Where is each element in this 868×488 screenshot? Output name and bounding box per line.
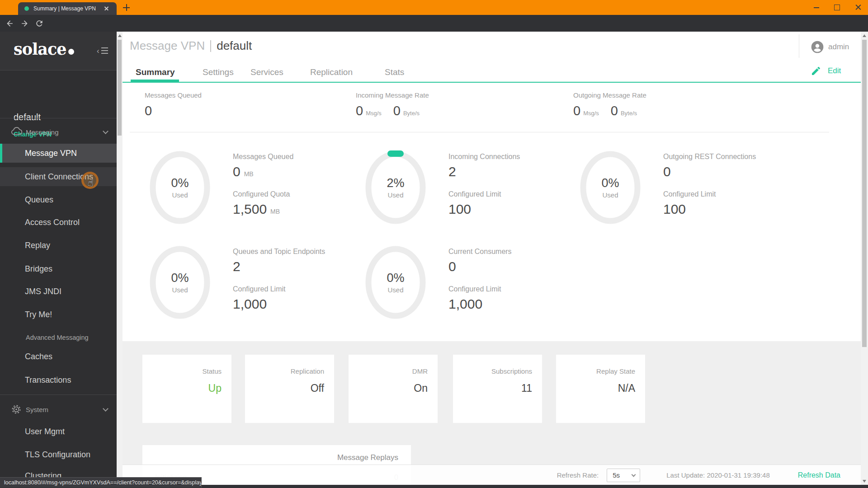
card-replication: Replication Off	[245, 355, 334, 423]
reload-icon[interactable]	[35, 19, 44, 28]
sidebar-scrollbar[interactable]	[117, 32, 123, 488]
sidebar-item-access-control[interactable]: Access Control	[25, 217, 80, 228]
status-value: Up	[142, 382, 222, 394]
stat-outgoing-rate: Outgoing Message Rate 0Msg/s 0Byte/s	[573, 91, 649, 118]
donut-chart: 0%Used	[148, 149, 212, 226]
sidebar-item-caches[interactable]: Caches	[25, 351, 52, 362]
sidebar-item-user-mgmt[interactable]: User Mgmt	[25, 426, 65, 437]
tab-replication[interactable]: Replication	[310, 67, 353, 77]
browser-titlebar: Summary | Message VPN	[0, 0, 868, 15]
screen: Summary | Message VPN localhost:8080/#/m…	[0, 0, 868, 488]
solace-logo-dot	[68, 49, 74, 55]
sidebar-divider	[0, 70, 117, 70]
stat-incoming-rate: Incoming Message Rate 0Msg/s 0Byte/s	[356, 91, 431, 118]
donut-chart: 0%Used	[364, 244, 427, 321]
card-subscriptions: Subscriptions 11	[453, 355, 542, 423]
tab-bar: Summary Settings Services Replication St…	[123, 63, 861, 83]
page-title-prefix: Message VPN	[130, 39, 205, 53]
donut-chart: 2%Used	[364, 149, 427, 226]
sidebar-item-jms-jndi[interactable]: JMS JNDI	[25, 286, 61, 297]
sidebar-item-bridges[interactable]: Bridges	[25, 263, 52, 274]
browser-tab[interactable]: Summary | Message VPN	[18, 2, 117, 15]
sidebar-item-try-me[interactable]: Try Me!	[25, 309, 52, 320]
chevron-down-icon	[632, 472, 636, 477]
refresh-bar: Refresh Rate: 5s Last Update: 2020-01-31…	[123, 465, 861, 485]
gauge-queues-topic-endpoints: 0%Used Queues and Topic Endpoints 2 Conf…	[148, 244, 382, 323]
user-menu[interactable]: admin	[799, 34, 799, 58]
edit-button[interactable]: Edit	[811, 66, 841, 76]
gauge-outgoing-rest-connections: 0%Used Outgoing REST Connections 0 Confi…	[579, 149, 812, 228]
gauge-current-consumers: 0%Used Current Consumers 0 Configured Li…	[364, 244, 598, 323]
tab-services[interactable]: Services	[250, 67, 283, 77]
tab-summary[interactable]: Summary	[136, 67, 175, 77]
username: admin	[828, 42, 849, 52]
window-minimize-button[interactable]	[809, 0, 824, 15]
last-update-text: Last Update: 2020-01-31 19:39:48	[666, 471, 770, 479]
sidebar-item-transactions[interactable]: Transactions	[25, 375, 71, 385]
sidebar-item-tls-configuration[interactable]: TLS Configuration	[25, 449, 90, 460]
scrollbar-thumb[interactable]	[118, 40, 122, 136]
sidebar-item-replay[interactable]: Replay	[25, 240, 50, 251]
browser-tab-title: Summary | Message VPN	[33, 5, 101, 12]
solace-logo: solace	[14, 40, 74, 58]
user-avatar-icon	[810, 40, 825, 54]
refresh-data-button[interactable]: Refresh Data	[798, 471, 840, 479]
sidebar-logo-area: solace ‹	[0, 32, 117, 70]
scroll-up-arrow[interactable]	[863, 34, 866, 37]
browser-toolbar: localhost:8080/#/msg-vpns/ZGVmYXVsdA==/p…	[0, 15, 868, 32]
pencil-icon	[811, 66, 821, 76]
tab-close-icon[interactable]	[103, 5, 110, 12]
section-divider	[130, 132, 829, 132]
donut-chart: 0%Used	[579, 149, 642, 226]
sidebar-section-messaging[interactable]: Messaging	[0, 127, 117, 138]
gauge-messages-queued: 0%Used Messages Queued 0MB Configured Qu…	[148, 149, 382, 228]
refresh-rate-label: Refresh Rate:	[557, 471, 599, 479]
forward-icon[interactable]	[20, 19, 29, 28]
page-scrollbar[interactable]	[861, 32, 868, 488]
chevron-down-icon	[103, 128, 108, 134]
donut-used-segment	[387, 150, 404, 157]
message-replays-title: Message Replays	[337, 453, 398, 462]
sidebar: solace ‹ default Change VPN Messaging Me…	[0, 32, 117, 488]
link-status-tooltip: localhost:8080/#/msg-vpns/ZGVmYXVsdA==/c…	[0, 477, 202, 488]
refresh-rate-select[interactable]: 5s	[607, 469, 640, 482]
gear-icon	[11, 404, 21, 414]
cloud-icon	[11, 127, 22, 135]
new-tab-button[interactable]	[123, 4, 130, 11]
stat-messages-queued: Messages Queued 0	[145, 91, 202, 118]
scroll-up-arrow[interactable]	[118, 34, 122, 37]
page-title-value: default	[217, 39, 252, 53]
favicon-solace-dot	[24, 6, 29, 11]
gauge-incoming-connections: 2%Used Incoming Connections 2 Configured…	[364, 149, 598, 228]
scrollbar-thumb[interactable]	[862, 40, 867, 347]
sidebar-item-message-vpn[interactable]: Message VPN	[0, 144, 117, 163]
tab-settings[interactable]: Settings	[203, 67, 234, 77]
sidebar-item-queues[interactable]: Queues	[25, 194, 53, 205]
back-icon[interactable]	[5, 19, 14, 28]
window-close-button[interactable]	[851, 0, 865, 15]
sidebar-item-advanced-messaging[interactable]: Advanced Messaging	[26, 332, 89, 343]
window-maximize-button[interactable]	[830, 0, 844, 15]
card-status: Status Up	[142, 355, 231, 423]
chevron-down-icon	[103, 406, 108, 412]
current-vpn-name: default	[14, 112, 41, 122]
scroll-down-arrow[interactable]	[863, 480, 866, 483]
sidebar-divider	[0, 118, 117, 118]
main-content: Message VPN default admin Summary Settin…	[123, 32, 861, 488]
sidebar-item-client-connections[interactable]: Client Connections	[0, 167, 117, 186]
sidebar-section-system[interactable]: System	[0, 404, 117, 415]
card-replay-state: Replay State N/A	[556, 355, 645, 423]
tab-stats[interactable]: Stats	[385, 67, 404, 77]
card-dmr: DMR On	[349, 355, 438, 423]
page-title: Message VPN default	[130, 39, 252, 53]
donut-chart: 0%Used	[148, 244, 212, 321]
sidebar-divider	[0, 394, 117, 395]
title-divider	[210, 40, 211, 52]
sidebar-collapse-icon[interactable]: ‹	[97, 46, 110, 55]
